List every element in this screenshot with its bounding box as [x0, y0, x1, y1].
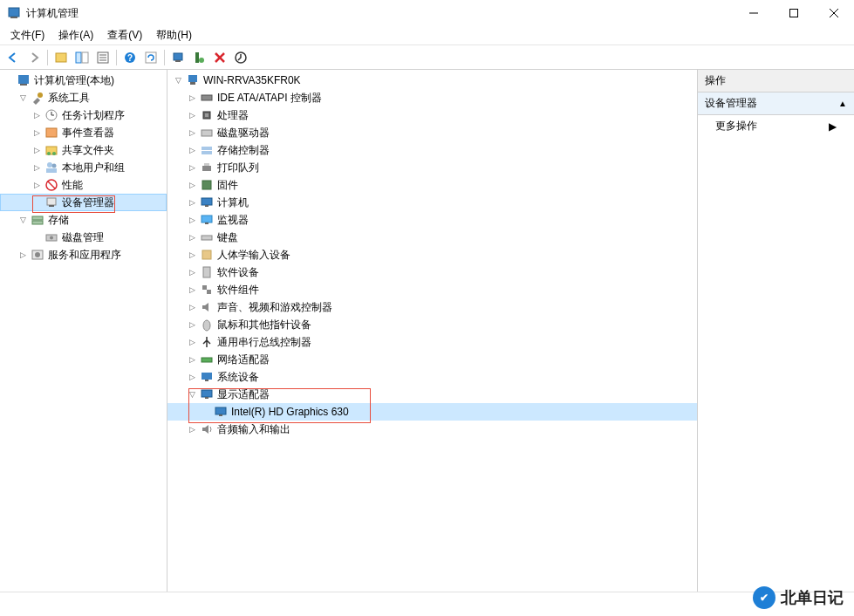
device-software-dev[interactable]: ▷软件设备: [167, 264, 697, 281]
chevron-right-icon[interactable]: ▷: [185, 108, 199, 122]
device-disk-drives[interactable]: ▷磁盘驱动器: [167, 124, 697, 141]
device-monitors[interactable]: ▷监视器: [167, 211, 697, 229]
minimize-button[interactable]: [734, 0, 774, 26]
svg-rect-61: [202, 236, 212, 240]
system-dev-icon: [200, 370, 214, 384]
back-button[interactable]: [3, 48, 23, 67]
device-printers[interactable]: ▷打印队列: [167, 159, 697, 176]
device-mgr-icon: [44, 195, 58, 209]
chevron-right-icon[interactable]: ▷: [30, 108, 44, 122]
show-hide-tree-button[interactable]: [72, 48, 92, 67]
device-network[interactable]: ▷网络适配器: [167, 351, 697, 368]
chevron-right-icon[interactable]: ▷: [185, 195, 199, 209]
services-icon: [31, 248, 44, 262]
device-computers[interactable]: ▷计算机: [167, 194, 697, 211]
chevron-right-icon[interactable]: ▷: [185, 91, 199, 105]
chevron-down-icon[interactable]: ▽: [185, 387, 199, 401]
menu-view[interactable]: 查看(V): [100, 26, 149, 44]
refresh-button[interactable]: [141, 48, 161, 67]
tree-label: IDE ATA/ATAPI 控制器: [217, 91, 322, 106]
device-display-child[interactable]: ▷Intel(R) HD Graphics 630: [167, 403, 697, 421]
add-hardware-button[interactable]: [189, 48, 208, 67]
chevron-right-icon[interactable]: ▷: [185, 352, 199, 366]
tree-device-manager[interactable]: ▷ 设备管理器: [0, 194, 167, 211]
close-button[interactable]: [814, 0, 854, 26]
chevron-down-icon[interactable]: ▽: [171, 73, 185, 87]
chevron-right-icon[interactable]: ▷: [30, 143, 44, 157]
chevron-right-icon[interactable]: ▷: [16, 248, 30, 262]
event-icon: [44, 126, 58, 140]
chevron-right-icon[interactable]: ▷: [185, 126, 199, 140]
actions-header: 操作: [698, 70, 854, 92]
device-tree-panel[interactable]: ▽ WIN-RRVA35KFR0K ▷IDE ATA/ATAPI 控制器 ▷处理…: [167, 70, 698, 592]
chevron-right-icon[interactable]: ▷: [185, 283, 199, 297]
tree-event-viewer[interactable]: ▷ 事件查看器: [0, 124, 167, 141]
device-mice[interactable]: ▷鼠标和其他指针设备: [167, 316, 697, 333]
tree-label: 音频输入和输出: [217, 422, 290, 437]
tree-services-apps[interactable]: ▷ 服务和应用程序: [0, 246, 167, 264]
device-usb[interactable]: ▷通用串行总线控制器: [167, 333, 697, 351]
tree-performance[interactable]: ▷ 性能: [0, 176, 167, 194]
device-sound[interactable]: ▷声音、视频和游戏控制器: [167, 298, 697, 316]
device-audio-io[interactable]: ▷音频输入和输出: [167, 421, 697, 438]
chevron-down-icon[interactable]: ▽: [16, 91, 30, 105]
svg-rect-0: [9, 8, 19, 17]
device-computer-root[interactable]: ▽ WIN-RRVA35KFR0K: [167, 72, 697, 89]
uninstall-button[interactable]: [210, 48, 229, 67]
storage-icon: [31, 213, 44, 227]
forward-button[interactable]: [24, 48, 44, 67]
svg-line-37: [48, 181, 55, 188]
chevron-down-icon[interactable]: ▽: [16, 213, 30, 227]
device-storage-ctrl[interactable]: ▷存储控制器: [167, 141, 697, 159]
chevron-right-icon[interactable]: ▷: [185, 143, 199, 157]
up-button[interactable]: [51, 48, 71, 67]
scan-button[interactable]: [168, 48, 188, 67]
chevron-right-icon[interactable]: ▷: [185, 178, 199, 192]
usb-icon: [200, 335, 214, 349]
chevron-right-icon[interactable]: ▷: [30, 126, 44, 140]
help-button[interactable]: ?: [120, 48, 140, 67]
chevron-right-icon[interactable]: ▷: [30, 178, 44, 192]
chevron-right-icon[interactable]: ▷: [185, 248, 199, 262]
device-hid[interactable]: ▷人体学输入设备: [167, 246, 697, 264]
tree-label: 共享文件夹: [62, 143, 114, 158]
tree-root[interactable]: ▷ 计算机管理(本地): [0, 72, 167, 89]
folder-share-icon: [44, 143, 58, 157]
chevron-right-icon[interactable]: ▷: [185, 230, 199, 244]
menu-file[interactable]: 文件(F): [3, 26, 51, 44]
tree-shared-folders[interactable]: ▷ 共享文件夹: [0, 141, 167, 159]
tree-disk-management[interactable]: ▷ 磁盘管理: [0, 229, 167, 246]
device-system-dev[interactable]: ▷系统设备: [167, 368, 697, 386]
tree-local-users[interactable]: ▷ 本地用户和组: [0, 159, 167, 176]
svg-rect-15: [146, 52, 156, 63]
chevron-right-icon[interactable]: ▷: [185, 335, 199, 349]
tree-storage[interactable]: ▽ 存储: [0, 211, 167, 229]
menu-action[interactable]: 操作(A): [51, 26, 100, 44]
chevron-right-icon[interactable]: ▷: [185, 370, 199, 384]
speaker-icon: [200, 300, 214, 314]
device-software-comp[interactable]: ▷软件组件: [167, 281, 697, 298]
chevron-right-icon[interactable]: ▷: [185, 300, 199, 314]
chevron-right-icon[interactable]: ▷: [185, 265, 199, 279]
actions-subheader[interactable]: 设备管理器 ▲: [698, 92, 854, 115]
chevron-right-icon[interactable]: ▷: [185, 213, 199, 227]
tree-system-tools[interactable]: ▽ 系统工具: [0, 89, 167, 106]
properties-button[interactable]: [93, 48, 113, 67]
tree-task-scheduler[interactable]: ▷ 任务计划程序: [0, 106, 167, 124]
device-ide[interactable]: ▷IDE ATA/ATAPI 控制器: [167, 89, 697, 106]
chevron-right-icon[interactable]: ▷: [185, 161, 199, 175]
chevron-right-icon[interactable]: ▷: [185, 318, 199, 332]
keyboard-icon: [200, 230, 214, 244]
maximize-button[interactable]: [774, 0, 814, 26]
chevron-right-icon[interactable]: ▷: [30, 161, 44, 175]
printer-icon: [200, 161, 214, 175]
update-driver-button[interactable]: [231, 48, 250, 67]
chevron-right-icon[interactable]: ▷: [185, 422, 199, 436]
device-firmware[interactable]: ▷固件: [167, 176, 697, 194]
menu-help[interactable]: 帮助(H): [149, 26, 199, 44]
device-display-adapters[interactable]: ▽显示适配器: [167, 386, 697, 403]
device-keyboards[interactable]: ▷键盘: [167, 229, 697, 246]
left-tree-panel[interactable]: ▷ 计算机管理(本地) ▽ 系统工具 ▷ 任务计划程序 ▷ 事件查看器 ▷ 共享…: [0, 70, 167, 592]
actions-more[interactable]: 更多操作 ▶: [698, 115, 854, 137]
device-processors[interactable]: ▷处理器: [167, 106, 697, 124]
